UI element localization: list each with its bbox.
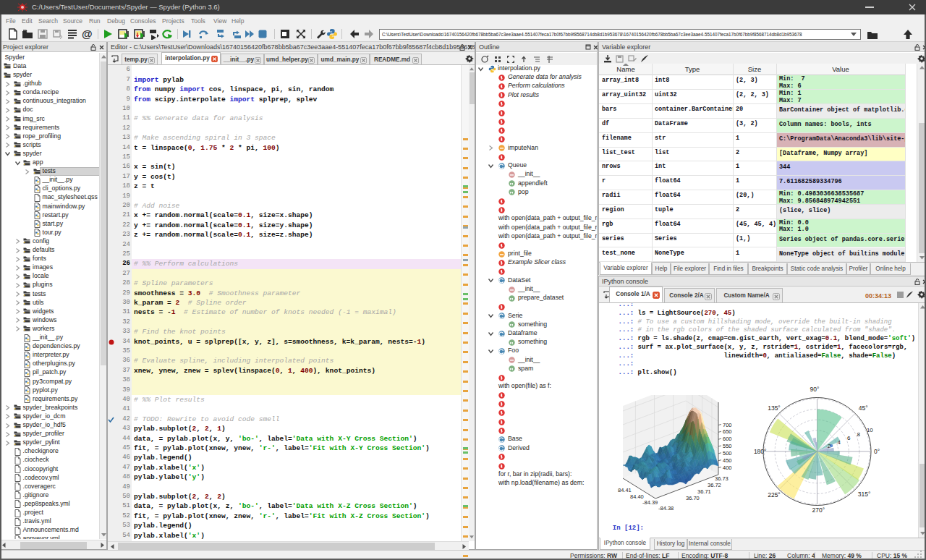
svg-text:650: 650 [723,428,732,435]
svg-text:450: 450 [723,457,732,464]
svg-text:135°: 135° [768,404,781,412]
svg-text:4: 4 [838,439,841,446]
svg-text:36.70: 36.70 [686,495,700,501]
svg-text:400: 400 [723,464,732,471]
svg-text:8: 8 [857,431,861,438]
svg-text:36.71: 36.71 [697,488,711,495]
svg-text:600: 600 [723,436,732,442]
svg-text:700: 700 [723,422,732,428]
svg-text:36.72: 36.72 [708,482,721,488]
svg-text:2: 2 [828,443,831,449]
svg-text:270°: 270° [812,506,825,514]
svg-text:315°: 315° [858,491,871,498]
svg-text:-84.38: -84.38 [658,505,674,512]
svg-text:225°: 225° [768,491,781,499]
svg-text:-84.39: -84.39 [642,499,658,506]
svg-text:84.41: 84.41 [618,487,632,493]
svg-text:180°: 180° [754,448,767,455]
svg-text:84.40: 84.40 [630,493,644,500]
svg-text:0°: 0° [874,448,880,455]
svg-text:10: 10 [867,427,873,433]
svg-text:550: 550 [723,443,732,449]
svg-text:36.73: 36.73 [715,475,729,482]
svg-text:90°: 90° [810,386,820,393]
svg-text:45°: 45° [859,404,868,412]
svg-text:6: 6 [847,435,851,441]
svg-text:500: 500 [723,450,732,457]
